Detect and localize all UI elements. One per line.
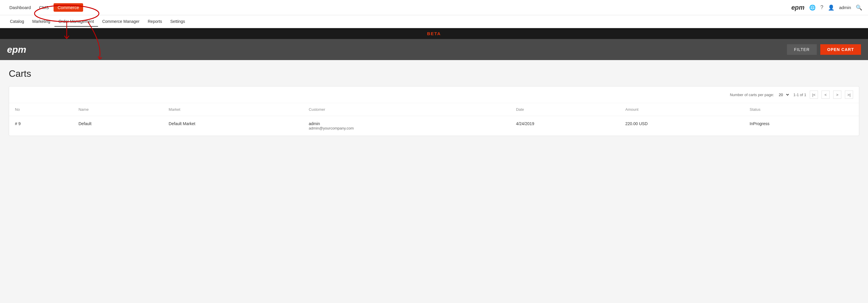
search-icon[interactable]: 🔍 <box>856 4 862 11</box>
sec-nav-catalog[interactable]: Catalog <box>6 17 28 27</box>
col-amount: Amount <box>620 103 744 116</box>
col-market: Market <box>163 103 303 116</box>
cell-name: Default <box>72 116 163 136</box>
globe-icon[interactable]: 🌐 <box>809 4 816 11</box>
cell-customer: admin admin@yourcompany.com <box>303 116 510 136</box>
nav-commerce[interactable]: Commerce <box>54 3 83 12</box>
cell-no: # 9 <box>9 116 72 136</box>
top-nav-left: Dashboard CMS Commerce <box>6 3 83 12</box>
beta-banner: BETA <box>0 28 868 39</box>
table-container: Number of carts per page: 20 50 100 1-1 … <box>9 86 859 136</box>
customer-email: admin@yourcompany.com <box>309 126 504 130</box>
epm-logo-large: epm <box>7 44 26 55</box>
pagination-info: 1-1 of 1 <box>794 92 806 97</box>
cell-date: 4/24/2019 <box>510 116 620 136</box>
epm-logo-small: epm <box>791 4 805 11</box>
col-date: Date <box>510 103 620 116</box>
page-content: Carts Number of carts per page: 20 50 10… <box>0 60 868 303</box>
help-icon[interactable]: ? <box>820 4 823 10</box>
pagination-prev-button[interactable]: < <box>822 90 830 99</box>
cell-status: InProgress <box>744 116 859 136</box>
cell-market: Default Market <box>163 116 303 136</box>
cell-amount: 220.00 USD <box>620 116 744 136</box>
col-status: Status <box>744 103 859 116</box>
secondary-nav: Catalog Marketing Order Management Comme… <box>0 15 868 28</box>
sec-nav-commerce-manager[interactable]: Commerce Manager <box>98 17 144 27</box>
col-name: Name <box>72 103 163 116</box>
beta-text: BETA <box>427 31 441 36</box>
top-nav-right: epm 🌐 ? 👤 admin 🔍 <box>791 4 862 11</box>
col-no: No <box>9 103 72 116</box>
sec-nav-reports[interactable]: Reports <box>144 17 166 27</box>
admin-label[interactable]: admin <box>839 5 851 10</box>
top-nav: Dashboard CMS Commerce epm 🌐 ? 👤 admin 🔍 <box>0 0 868 15</box>
commerce-header-actions: FILTER OPEN CART <box>787 44 861 55</box>
user-icon[interactable]: 👤 <box>828 4 834 11</box>
col-customer: Customer <box>303 103 510 116</box>
nav-dashboard[interactable]: Dashboard <box>6 3 34 12</box>
sec-nav-order-management[interactable]: Order Management <box>55 17 98 27</box>
pagination-first-button[interactable]: |< <box>810 90 818 99</box>
sec-nav-marketing[interactable]: Marketing <box>28 17 54 27</box>
pagination-last-button[interactable]: >| <box>845 90 853 99</box>
sec-nav-settings[interactable]: Settings <box>166 17 189 27</box>
pagination-next-button[interactable]: > <box>833 90 841 99</box>
table-toolbar: Number of carts per page: 20 50 100 1-1 … <box>9 86 859 103</box>
per-page-select[interactable]: 20 50 100 <box>778 92 790 97</box>
commerce-header: epm FILTER OPEN CART <box>0 39 868 60</box>
nav-cms[interactable]: CMS <box>35 3 52 12</box>
open-cart-button[interactable]: OPEN CART <box>820 44 861 55</box>
customer-name: admin <box>309 121 504 126</box>
table-row[interactable]: # 9 Default Default Market admin admin@y… <box>9 116 859 136</box>
carts-table: No Name Market Customer Date Amount Stat… <box>9 103 859 136</box>
per-page-label: Number of carts per page: <box>730 92 774 97</box>
page-title: Carts <box>9 68 859 79</box>
table-header-row: No Name Market Customer Date Amount Stat… <box>9 103 859 116</box>
filter-button[interactable]: FILTER <box>787 44 816 55</box>
